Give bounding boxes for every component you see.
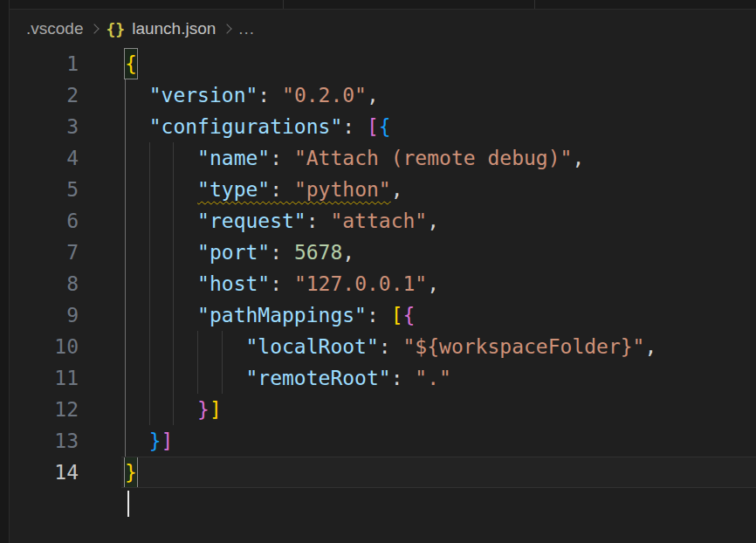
code-text[interactable]: }] xyxy=(93,425,756,457)
line-number[interactable]: 6 xyxy=(10,205,93,237)
active-indent-guide xyxy=(125,205,126,237)
text-cursor xyxy=(127,491,129,517)
tab-bar-bottom-edge xyxy=(10,0,756,10)
code-text[interactable]: "port": 5678, xyxy=(93,237,756,268)
code-token: "." xyxy=(415,367,451,389)
line-number[interactable]: 7 xyxy=(10,237,93,268)
indent-guides xyxy=(125,299,175,331)
code-line[interactable]: 4 "name": "Attach (remote debug)", xyxy=(10,142,756,174)
code-text[interactable]: } xyxy=(93,457,756,488)
active-indent-guide xyxy=(125,237,126,268)
code-token: , xyxy=(572,147,584,169)
line-number[interactable]: 8 xyxy=(10,268,93,299)
code-line[interactable]: 10 "localRoot": "${workspaceFolder}", xyxy=(10,331,756,362)
breadcrumb-item-folder[interactable]: .vscode xyxy=(26,19,83,38)
line-number[interactable]: 1 xyxy=(10,48,93,79)
code-line[interactable]: 3 "configurations": [{ xyxy=(10,111,756,142)
code-token: ] xyxy=(210,398,222,421)
code-token: "version" xyxy=(149,84,258,107)
code-text[interactable]: "version": "0.2.0", xyxy=(93,79,756,111)
code-token: "attach" xyxy=(330,210,427,232)
code-token: "localRoot" xyxy=(245,335,378,358)
current-line-highlight xyxy=(121,457,756,488)
line-number[interactable]: 2 xyxy=(10,79,93,111)
line-number[interactable]: 9 xyxy=(10,299,93,331)
code-line[interactable]: 2 "version": "0.2.0", xyxy=(10,79,756,111)
code-line[interactable]: 8 "host": "127.0.0.1", xyxy=(10,268,756,299)
code-token: : xyxy=(342,115,367,138)
code-text[interactable]: { xyxy=(93,48,756,79)
code-line[interactable]: 11 "remoteRoot": "." xyxy=(10,362,756,394)
active-indent-guide xyxy=(125,79,126,111)
code-token: : xyxy=(258,84,282,107)
indent-guides xyxy=(125,394,175,425)
breadcrumb-item-symbol[interactable]: ... xyxy=(238,19,255,38)
json-file-icon: {} xyxy=(106,20,125,38)
line-number[interactable]: 5 xyxy=(10,174,93,205)
code-line[interactable]: 1{ xyxy=(10,48,756,79)
code-token: "Attach (remote debug)" xyxy=(294,147,573,169)
chevron-right-icon xyxy=(223,24,232,33)
breadcrumb-item-file[interactable]: launch.json xyxy=(132,19,216,38)
code-lines: 1{2 "version": "0.2.0",3 "configurations… xyxy=(10,48,756,488)
code-line[interactable]: 9 "pathMappings": [{ xyxy=(10,299,756,331)
line-number[interactable]: 11 xyxy=(10,362,93,394)
code-token: "configurations" xyxy=(149,115,343,138)
sidebar-edge xyxy=(0,0,10,543)
code-token: , xyxy=(644,335,656,358)
code-text[interactable]: "name": "Attach (remote debug)", xyxy=(93,142,756,174)
code-token: "127.0.0.1" xyxy=(294,272,427,295)
code-token: : xyxy=(367,304,391,326)
code-line[interactable]: 13 }] xyxy=(10,425,756,457)
code-line[interactable]: 12 }] xyxy=(10,394,756,425)
code-line[interactable]: 14} xyxy=(10,457,756,488)
chevron-right-icon xyxy=(90,24,100,33)
active-indent-guide xyxy=(125,394,126,425)
code-token: : xyxy=(391,367,416,389)
active-indent-guide xyxy=(125,331,126,362)
code-token xyxy=(125,84,149,107)
code-text[interactable]: "pathMappings": [{ xyxy=(93,299,756,331)
code-token: : xyxy=(270,178,294,201)
active-indent-guide xyxy=(125,425,126,457)
code-line[interactable]: 5 "type": "python", xyxy=(10,174,756,205)
indent-guides xyxy=(125,331,223,362)
code-token: "${workspaceFolder}" xyxy=(403,335,645,358)
warning-squiggle: "type": "python" xyxy=(197,178,391,201)
code-text[interactable]: "remoteRoot": "." xyxy=(93,362,756,394)
code-token: "type" xyxy=(197,178,270,201)
line-number[interactable]: 12 xyxy=(10,394,93,425)
code-line[interactable]: 6 "request": "attach", xyxy=(10,205,756,237)
bracket-match-highlight: { xyxy=(125,49,137,79)
tab-divider xyxy=(283,0,284,9)
active-indent-guide xyxy=(125,174,126,205)
indent-guides xyxy=(125,174,175,205)
code-text[interactable]: "localRoot": "${workspaceFolder}", xyxy=(93,331,756,362)
code-editor[interactable]: 1{2 "version": "0.2.0",3 "configurations… xyxy=(10,48,756,488)
code-text[interactable]: "request": "attach", xyxy=(93,205,756,237)
line-number[interactable]: 4 xyxy=(10,142,93,174)
code-token: } xyxy=(149,430,162,452)
line-number[interactable]: 10 xyxy=(10,331,93,362)
code-token: } xyxy=(197,398,210,421)
code-token: "python" xyxy=(294,178,391,201)
active-indent-guide xyxy=(125,299,126,331)
code-token: [ xyxy=(391,304,403,326)
line-number[interactable]: 13 xyxy=(10,425,93,457)
code-token: "request" xyxy=(197,210,306,232)
code-token: : xyxy=(306,210,331,232)
line-number[interactable]: 3 xyxy=(10,111,93,142)
code-token: "remoteRoot" xyxy=(245,367,390,389)
tab-divider xyxy=(534,0,535,9)
code-line[interactable]: 7 "port": 5678, xyxy=(10,237,756,268)
code-token: , xyxy=(391,178,403,201)
code-token: "host" xyxy=(197,272,270,295)
code-text[interactable]: "configurations": [{ xyxy=(93,111,756,142)
code-text[interactable]: }] xyxy=(93,394,756,425)
indent-guides xyxy=(125,237,175,268)
line-number[interactable]: 14 xyxy=(10,457,93,488)
code-token: , xyxy=(342,241,354,264)
code-text[interactable]: "host": "127.0.0.1", xyxy=(93,268,756,299)
code-token: [ xyxy=(367,115,379,138)
code-text[interactable]: "type": "python", xyxy=(93,174,756,205)
